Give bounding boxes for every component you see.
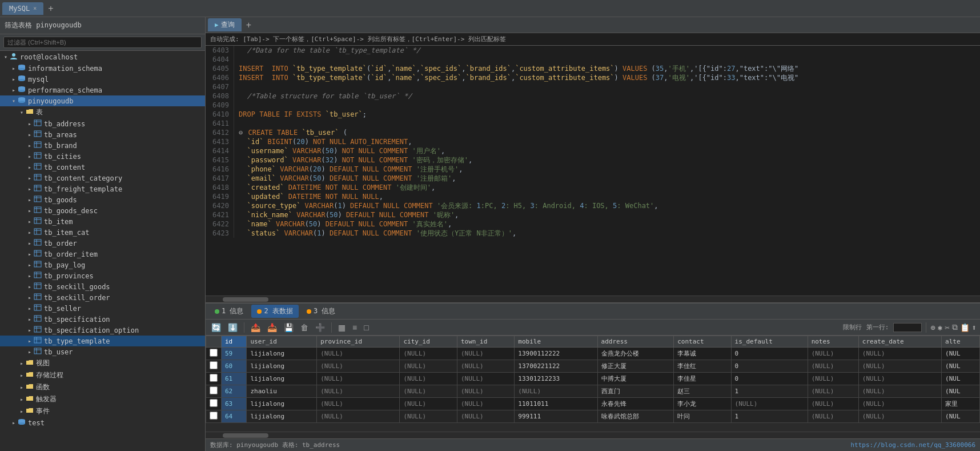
sidebar-item-tb_specification[interactable]: ▸tb_specification — [0, 314, 205, 325]
fold-button[interactable]: ⊖ — [239, 129, 247, 137]
sidebar-item-tables[interactable]: ▾表 — [0, 106, 205, 118]
data-table-wrapper[interactable]: iduser_idprovince_idcity_idtown_idmobile… — [206, 336, 980, 432]
add-tab-button[interactable]: + — [43, 3, 58, 14]
row-checkbox[interactable] — [210, 374, 218, 382]
tb-add-btn[interactable]: ➕ — [313, 322, 327, 333]
sidebar-item-tb_type_template[interactable]: ▸tb_type_template — [0, 336, 205, 346]
col-header-province_id[interactable]: province_id — [317, 336, 400, 348]
action-icon-4[interactable]: ⧉ — [952, 322, 958, 332]
table-row[interactable]: 64lijialong(NULL)(NULL)(NULL)999111咏春武馆总… — [206, 410, 980, 423]
tree-arrow-tb_order_item: ▸ — [26, 251, 33, 257]
col-header-alte[interactable]: alte — [942, 336, 980, 348]
table-row[interactable]: 61lijialong(NULL)(NULL)(NULL)13301212233… — [206, 373, 980, 385]
table-row[interactable]: 63lijialong(NULL)(NULL)(NULL)11011011永春先… — [206, 398, 980, 410]
limit-input[interactable] — [893, 323, 922, 332]
tb-delete-btn[interactable]: 🗑 — [298, 322, 311, 333]
sidebar-item-tb_content_category[interactable]: ▸tb_content_category — [0, 173, 205, 183]
sidebar-item-tb_content[interactable]: ▸tb_content — [0, 162, 205, 173]
action-icon-6[interactable]: ⬆ — [972, 323, 977, 332]
row-checkbox[interactable] — [210, 386, 218, 394]
sidebar-item-tb_user[interactable]: ▸tb_user — [0, 346, 205, 357]
tb-export-btn[interactable]: 📤 — [248, 322, 263, 333]
tree-icon-table — [33, 239, 42, 248]
line-number: 6422 — [206, 219, 234, 229]
mysql-tab-close[interactable]: × — [33, 5, 37, 11]
sidebar-item-tb_order[interactable]: ▸tb_order — [0, 238, 205, 249]
col-header-create_date[interactable]: create_date — [858, 336, 941, 348]
tree-icon-table — [33, 337, 42, 345]
sidebar-item-root[interactable]: ▾root@localhost — [0, 51, 205, 63]
sidebar-item-tb_seckill_goods[interactable]: ▸tb_seckill_goods — [0, 281, 205, 292]
result-tab-tab2[interactable]: 2 表数据 — [251, 305, 298, 318]
sidebar-item-tb_areas[interactable]: ▸tb_areas — [0, 129, 205, 140]
col-header-is_default[interactable]: is_default — [731, 336, 808, 348]
sidebar-item-stored_procs[interactable]: ▸存储过程 — [0, 369, 205, 381]
tb-list-btn[interactable]: ≡ — [350, 322, 359, 333]
tb-refresh-btn[interactable]: 🔄 — [209, 322, 223, 333]
row-checkbox[interactable] — [210, 361, 218, 369]
result-tab-tab1[interactable]: 1 信息 — [209, 305, 249, 318]
sidebar-item-tb_item_cat[interactable]: ▸tb_item_cat — [0, 227, 205, 238]
sidebar-item-tb_provinces[interactable]: ▸tb_provinces — [0, 270, 205, 281]
sidebar-item-tb_cities[interactable]: ▸tb_cities — [0, 151, 205, 162]
sidebar-item-tb_specification_option[interactable]: ▸tb_specification_option — [0, 325, 205, 336]
col-header-address[interactable]: address — [597, 336, 674, 348]
row-checkbox[interactable] — [210, 412, 218, 420]
row-checkbox[interactable] — [210, 399, 218, 407]
sidebar-item-tb_brand[interactable]: ▸tb_brand — [0, 140, 205, 151]
action-icon-5[interactable]: 📋 — [960, 323, 970, 332]
filter-input[interactable] — [3, 37, 202, 48]
action-icons: ⊕ ✱ ✂ ⧉ 📋 ⬆ — [930, 322, 977, 332]
sidebar-item-test[interactable]: ▸test — [0, 417, 205, 428]
sidebar-item-performance_schema[interactable]: ▸performance_schema — [0, 85, 205, 95]
action-icon-1[interactable]: ⊕ — [930, 323, 935, 332]
sidebar-item-tb_goods_desc[interactable]: ▸tb_goods_desc — [0, 205, 205, 216]
sidebar-item-views[interactable]: ▸视图 — [0, 357, 205, 369]
sidebar-item-events[interactable]: ▸事件 — [0, 405, 205, 417]
sidebar-item-tb_freight_template[interactable]: ▸tb_freight_template — [0, 183, 205, 194]
col-header-town_id[interactable]: town_id — [457, 336, 514, 348]
tb-form-btn[interactable]: □ — [362, 322, 371, 333]
col-header-contact[interactable]: contact — [674, 336, 731, 348]
sidebar-item-triggers[interactable]: ▸触发器 — [0, 393, 205, 405]
tb-grid-btn[interactable]: ▦ — [336, 322, 348, 333]
sidebar-item-information_schema[interactable]: ▸information_schema — [0, 63, 205, 74]
table-row[interactable]: 59lijialong(NULL)(NULL)(NULL)13900112222… — [206, 348, 980, 360]
col-header-mobile[interactable]: mobile — [515, 336, 597, 348]
tb-import-btn[interactable]: 📥 — [265, 322, 279, 333]
tree-arrow-tb_freight_template: ▸ — [26, 186, 33, 192]
col-header-checkbox[interactable] — [206, 336, 222, 348]
col-header-user_id[interactable]: user_id — [247, 336, 317, 348]
sidebar-item-functions[interactable]: ▸函数 — [0, 381, 205, 393]
tb-filter-btn[interactable]: ⬇️ — [226, 322, 240, 333]
action-icon-2[interactable]: ✱ — [938, 323, 942, 332]
col-header-id[interactable]: id — [222, 336, 247, 348]
cell-create_date: (NULL) — [858, 348, 941, 360]
tree-label-tables: 表 — [36, 107, 43, 117]
action-icon-3[interactable]: ✂ — [945, 323, 949, 332]
tb-save-btn[interactable]: 💾 — [282, 322, 296, 333]
add-query-button[interactable]: + — [242, 20, 256, 30]
result-tab-tab3[interactable]: 3 信息 — [301, 305, 341, 318]
row-checkbox[interactable] — [210, 349, 218, 357]
code-editor[interactable]: 6403 /*Data for the table `tb_type_templ… — [206, 46, 980, 296]
sidebar-item-tb_seckill_order[interactable]: ▸tb_seckill_order — [0, 292, 205, 303]
col-header-city_id[interactable]: city_id — [400, 336, 457, 348]
sidebar-item-tb_order_item[interactable]: ▸tb_order_item — [0, 249, 205, 260]
cell-city_id: (NULL) — [400, 385, 457, 398]
mysql-tab[interactable]: MySQL × — [2, 2, 43, 15]
sidebar-item-tb_pay_log[interactable]: ▸tb_pay_log — [0, 260, 205, 270]
col-header-notes[interactable]: notes — [808, 336, 858, 348]
table-row[interactable]: 62zhaoliu(NULL)(NULL)(NULL)(NULL)西直门赵三1(… — [206, 385, 980, 398]
table-h-scroll[interactable] — [206, 432, 980, 438]
sidebar-item-mysql[interactable]: ▸mysql — [0, 74, 205, 85]
sidebar-item-tb_goods[interactable]: ▸tb_goods — [0, 194, 205, 205]
table-row[interactable]: 60lijialong(NULL)(NULL)(NULL)13700221122… — [206, 360, 980, 373]
query-tab[interactable]: ▶ 查询 — [208, 18, 242, 31]
sidebar-item-tb_seller[interactable]: ▸tb_seller — [0, 303, 205, 314]
h-scroll[interactable] — [206, 296, 980, 302]
sidebar-item-tb_item[interactable]: ▸tb_item — [0, 216, 205, 227]
sidebar-item-tb_address[interactable]: ▸tb_address — [0, 118, 205, 129]
sidebar-item-pinyougoudb[interactable]: ▾pinyougoudb — [0, 95, 205, 106]
status-bar: 数据库: pinyougoudb 表格: tb_address https://… — [206, 438, 980, 451]
